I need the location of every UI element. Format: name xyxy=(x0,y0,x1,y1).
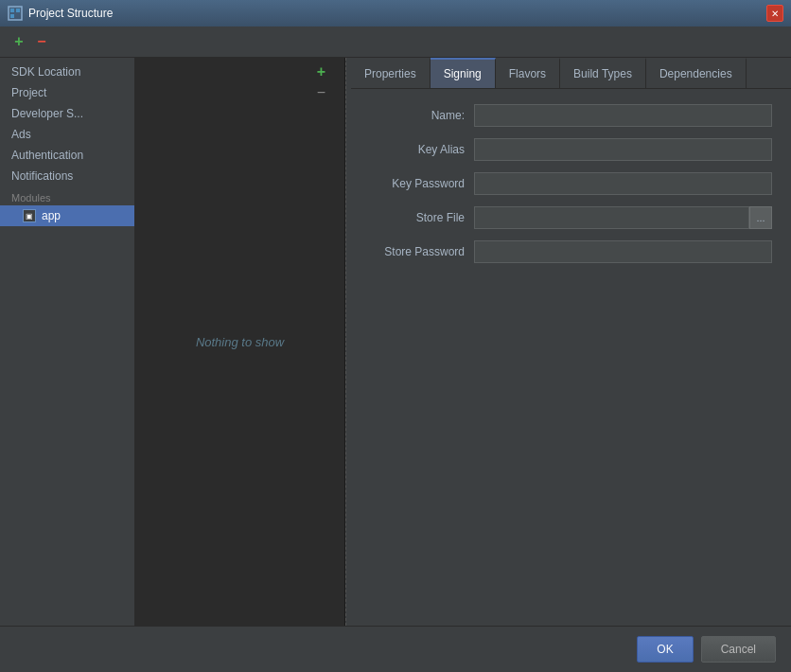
sidebar-item-app-label: app xyxy=(42,209,61,222)
name-input[interactable] xyxy=(474,104,772,127)
sidebar-item-sdk-location[interactable]: SDK Location xyxy=(0,62,134,82)
name-label: Name: xyxy=(370,109,474,122)
key-password-row: Key Password xyxy=(370,172,772,195)
store-file-label: Store File xyxy=(370,211,474,224)
store-password-row: Store Password xyxy=(370,240,772,263)
tab-dependencies[interactable]: Dependencies xyxy=(646,58,747,88)
main-container: + − SDK Location Project Developer S... … xyxy=(0,27,791,672)
sidebar-item-authentication[interactable]: Authentication xyxy=(0,145,134,166)
sidebar-item-developer-s[interactable]: Developer S... xyxy=(0,103,134,124)
center-remove-button[interactable]: − xyxy=(317,84,325,101)
sidebar: SDK Location Project Developer S... Ads … xyxy=(0,58,135,626)
cancel-button[interactable]: Cancel xyxy=(701,636,776,663)
store-file-row: Store File ... xyxy=(370,206,772,229)
key-password-input[interactable] xyxy=(474,172,772,195)
key-alias-label: Key Alias xyxy=(370,143,474,156)
sidebar-modules-label: Modules xyxy=(0,186,134,205)
sidebar-item-notifications[interactable]: Notifications xyxy=(0,166,134,186)
right-panel: Properties Signing Flavors Build Types D… xyxy=(351,58,791,626)
browse-button[interactable]: ... xyxy=(749,206,772,229)
title-bar: Project Structure ✕ xyxy=(0,0,791,27)
store-password-label: Store Password xyxy=(370,245,474,258)
center-empty-label: Nothing to show xyxy=(135,58,344,626)
svg-rect-1 xyxy=(10,9,14,12)
center-add-button[interactable]: + xyxy=(317,63,325,80)
close-button[interactable]: ✕ xyxy=(766,5,783,22)
signing-form: Name: Key Alias Key Password Store File … xyxy=(351,89,791,290)
store-file-input[interactable] xyxy=(474,206,749,229)
tab-bar: Properties Signing Flavors Build Types D… xyxy=(351,58,791,89)
store-file-input-group: ... xyxy=(474,206,772,229)
store-password-input[interactable] xyxy=(474,240,772,263)
tab-flavors[interactable]: Flavors xyxy=(496,58,560,88)
sidebar-item-app[interactable]: ▣ app xyxy=(0,205,134,226)
key-alias-row: Key Alias xyxy=(370,138,772,161)
app-icon xyxy=(8,6,23,21)
svg-rect-3 xyxy=(10,14,14,18)
remove-button[interactable]: − xyxy=(32,32,51,51)
bottom-bar: OK Cancel xyxy=(0,626,791,672)
tab-build-types[interactable]: Build Types xyxy=(560,58,646,88)
tab-signing[interactable]: Signing xyxy=(431,58,496,88)
center-panel: + − Nothing to show xyxy=(135,58,345,626)
ok-button[interactable]: OK xyxy=(637,636,693,663)
add-button[interactable]: + xyxy=(9,32,28,51)
app-module-icon: ▣ xyxy=(23,209,36,222)
sidebar-item-project[interactable]: Project xyxy=(0,82,134,103)
sidebar-item-ads[interactable]: Ads xyxy=(0,124,134,145)
tab-properties[interactable]: Properties xyxy=(351,58,431,88)
content-area: SDK Location Project Developer S... Ads … xyxy=(0,58,791,626)
name-row: Name: xyxy=(370,104,772,127)
svg-rect-2 xyxy=(16,9,20,12)
key-password-label: Key Password xyxy=(370,177,474,190)
top-toolbar: + − xyxy=(0,27,791,58)
title-bar-text: Project Structure xyxy=(28,7,766,20)
key-alias-input[interactable] xyxy=(474,138,772,161)
